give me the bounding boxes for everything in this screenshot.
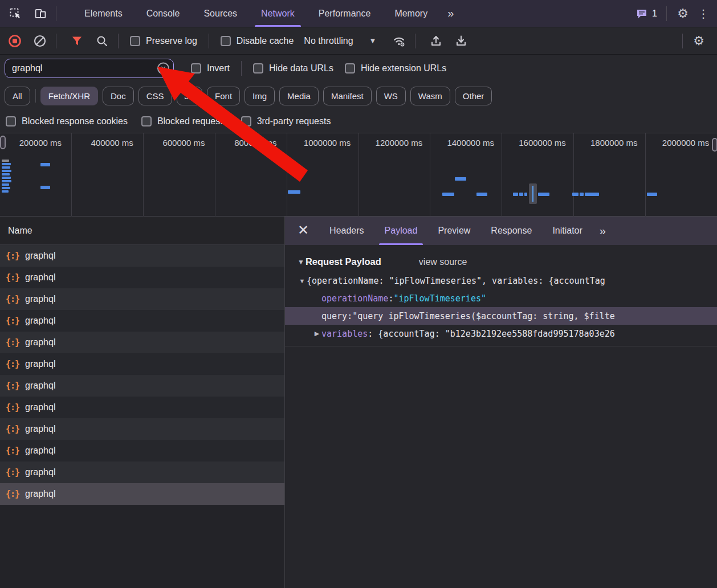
request-row[interactable]: {:}graphql — [0, 397, 284, 418]
tab-console[interactable]: Console — [135, 0, 192, 27]
tab-performance[interactable]: Performance — [307, 0, 383, 27]
payload-tree-row[interactable]: ▼{operationName: "ipFlowTimeseries", var… — [285, 272, 717, 289]
chip-fetch-xhr[interactable]: Fetch/XHR — [40, 87, 98, 105]
json-braces-icon: {:} — [6, 424, 19, 434]
chip-wasm[interactable]: Wasm — [410, 87, 450, 105]
divider — [682, 34, 683, 48]
request-row[interactable]: {:}graphql — [0, 353, 284, 375]
overview-scroll-handle-right[interactable] — [712, 138, 717, 152]
chip-img[interactable]: Img — [245, 87, 275, 105]
request-row[interactable]: {:}graphql — [0, 483, 284, 505]
chip-font[interactable]: Font — [207, 87, 240, 105]
tab-elements[interactable]: Elements — [72, 0, 135, 27]
payload-segment-plain: : — [347, 311, 352, 321]
payload-tree-row[interactable]: ▶variables: {accountTag: "b12e3b2192ee55… — [285, 325, 717, 342]
hide-extension-urls-checkbox[interactable] — [345, 63, 355, 74]
filter-input[interactable] — [12, 63, 143, 74]
payload-segment-key: operationName — [321, 293, 388, 304]
waterfall-bar — [2, 177, 11, 179]
tab-sources[interactable]: Sources — [192, 0, 249, 27]
chip-manifest[interactable]: Manifest — [323, 87, 372, 105]
3rd-party-requests-label: 3rd-party requests — [257, 116, 331, 126]
request-name: graphql — [25, 316, 55, 326]
network-conditions-icon[interactable] — [389, 31, 409, 51]
disclosure-closed-icon[interactable]: ▶ — [312, 330, 321, 337]
invert-checkbox[interactable] — [191, 63, 201, 74]
close-details-icon[interactable]: ✕ — [285, 222, 319, 239]
detail-tab-headers[interactable]: Headers — [319, 217, 374, 245]
payload-segment-key: variables — [321, 329, 368, 339]
blocked-requests-checkbox[interactable] — [141, 116, 152, 126]
chip-media[interactable]: Media — [279, 87, 319, 105]
detail-tab-initiator[interactable]: Initiator — [542, 217, 592, 245]
preserve-log-checkbox[interactable] — [130, 36, 140, 46]
chip-other[interactable]: Other — [455, 87, 492, 105]
request-name: graphql — [25, 381, 55, 391]
request-row[interactable]: {:}graphql — [0, 310, 284, 332]
timeline-tick-label: 1600000 ms — [502, 138, 574, 149]
network-overview-timeline[interactable]: 200000 ms400000 ms600000 ms800000 ms1000… — [0, 133, 717, 217]
request-row[interactable]: {:}graphql — [0, 288, 284, 310]
payload-tree-row[interactable]: operationName: "ipFlowTimeseries" — [285, 289, 717, 307]
chip-doc[interactable]: Doc — [103, 87, 134, 105]
timeline-tick-label: 400000 ms — [72, 138, 144, 149]
json-braces-icon: {:} — [6, 359, 19, 369]
more-detail-tabs-icon[interactable]: » — [593, 224, 612, 238]
request-row[interactable]: {:}graphql — [0, 462, 284, 483]
name-column-header[interactable]: Name — [0, 217, 284, 245]
detail-tab-payload[interactable]: Payload — [374, 217, 428, 245]
tab-network[interactable]: Network — [249, 0, 307, 27]
more-filters-row: Blocked response cookiesBlocked requests… — [0, 109, 717, 133]
divider — [241, 61, 242, 76]
detail-tab-preview[interactable]: Preview — [427, 217, 480, 245]
tab-memory[interactable]: Memory — [382, 0, 439, 27]
divider — [56, 34, 56, 48]
overview-scroll-handle-left[interactable] — [0, 136, 6, 149]
clear-network-log-icon[interactable] — [30, 31, 50, 51]
disable-cache-checkbox[interactable] — [221, 36, 231, 46]
request-row[interactable]: {:}graphql — [0, 245, 284, 267]
preserve-log-label: Preserve log — [146, 36, 197, 46]
request-list: {:}graphql{:}graphql{:}graphql{:}graphql… — [0, 245, 284, 505]
record-network-log-icon[interactable] — [5, 31, 25, 51]
blocked-response-cookies-checkbox[interactable] — [6, 116, 16, 126]
chip-css[interactable]: CSS — [138, 87, 172, 105]
request-row[interactable]: {:}graphql — [0, 375, 284, 397]
request-row[interactable]: {:}graphql — [0, 418, 284, 440]
inspect-element-icon[interactable] — [6, 4, 25, 23]
settings-gear-icon[interactable]: ⚙ — [673, 6, 693, 21]
payload-segment-plain: : — [388, 293, 393, 304]
disclosure-open-icon[interactable]: ▼ — [298, 277, 307, 284]
network-settings-gear-icon[interactable]: ⚙ — [689, 34, 709, 48]
export-har-icon[interactable] — [451, 31, 471, 51]
clear-input-icon[interactable]: ✕ — [157, 63, 169, 75]
more-tabs-icon[interactable]: » — [439, 7, 461, 20]
device-toolbar-icon[interactable] — [31, 4, 50, 23]
waterfall-bar — [585, 193, 599, 196]
request-payload-section-header[interactable]: ▼ Request Payload view source — [298, 256, 717, 267]
search-icon[interactable] — [92, 31, 112, 51]
request-row[interactable]: {:}graphql — [0, 440, 284, 462]
issues-counter[interactable]: 1 — [635, 7, 657, 20]
kebab-menu-icon[interactable]: ⋮ — [693, 7, 714, 21]
request-row[interactable]: {:}graphql — [0, 332, 284, 353]
detail-tab-response[interactable]: Response — [480, 217, 542, 245]
waterfall-bar — [455, 177, 466, 181]
request-name: graphql — [25, 337, 55, 348]
chip-ws[interactable]: WS — [376, 87, 406, 105]
json-braces-icon: {:} — [6, 337, 19, 348]
timeline-scrubber[interactable] — [529, 183, 537, 204]
waterfall-bar — [2, 163, 11, 165]
chip-all[interactable]: All — [5, 87, 30, 105]
throttling-select[interactable]: No throttling ▼ — [304, 36, 376, 46]
chip-js[interactable]: JS — [177, 87, 203, 105]
import-har-icon[interactable] — [426, 31, 446, 51]
waterfall-bar — [2, 187, 10, 189]
timeline-tick-label: 800000 ms — [215, 138, 287, 149]
filter-icon[interactable] — [67, 31, 87, 51]
request-row[interactable]: {:}graphql — [0, 267, 284, 288]
hide-data-urls-checkbox[interactable] — [253, 63, 263, 74]
view-source-link[interactable]: view source — [419, 257, 467, 267]
payload-tree-row[interactable]: query: "query ipFlowTimeseries($accountT… — [285, 307, 717, 325]
3rd-party-requests-checkbox[interactable] — [241, 116, 251, 126]
